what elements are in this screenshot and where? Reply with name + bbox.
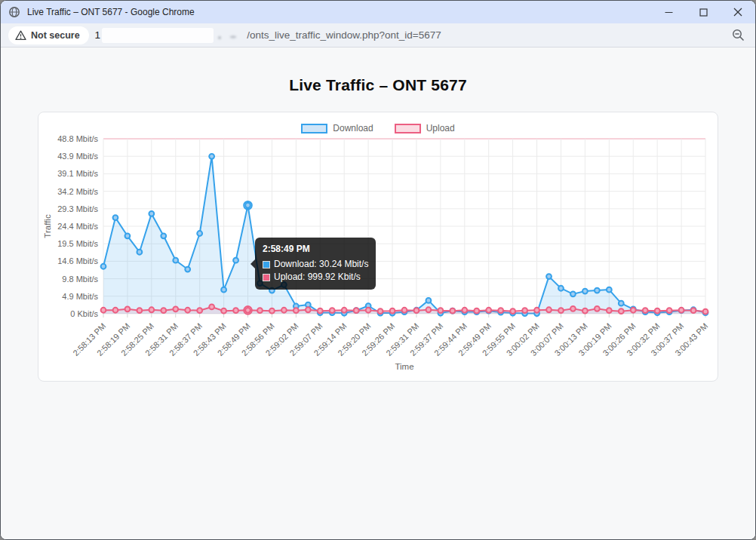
- svg-text:4.9 Mbit/s: 4.9 Mbit/s: [62, 292, 98, 301]
- security-chip[interactable]: Not secure: [8, 26, 89, 44]
- svg-text:14.6 Mbit/s: 14.6 Mbit/s: [57, 256, 98, 265]
- address-bar: Not secure 1/onts_live_traffic_window.ph…: [1, 23, 755, 48]
- svg-text:9.8 Mbit/s: 9.8 Mbit/s: [62, 275, 98, 284]
- svg-text:34.2 Mbit/s: 34.2 Mbit/s: [57, 187, 98, 196]
- svg-text:24.4 Mbit/s: 24.4 Mbit/s: [57, 222, 98, 231]
- tooltip-upload-swatch: [263, 274, 270, 281]
- chart-card: Download Upload 48.8 Mbit/s43.9 Mbit/s39…: [38, 112, 718, 382]
- zoom-out-icon[interactable]: [729, 26, 748, 44]
- tooltip-download-value: Download: 30.24 Mbit/s: [274, 258, 368, 271]
- tooltip-upload-value: Upload: 999.92 Kbit/s: [274, 271, 361, 284]
- page-title: Live Traffic – ONT 5677: [1, 76, 755, 94]
- close-button[interactable]: [721, 1, 755, 23]
- svg-text:19.5 Mbit/s: 19.5 Mbit/s: [57, 239, 98, 248]
- upload-swatch: [395, 124, 421, 133]
- window-titlebar[interactable]: Live Traffic – ONT 5677 - Google Chrome: [1, 1, 755, 23]
- url-host-prefix: 1: [95, 29, 101, 41]
- warning-icon: [15, 30, 26, 41]
- chart-legend: Download Upload: [38, 123, 718, 133]
- svg-text:43.9 Mbit/s: 43.9 Mbit/s: [57, 152, 98, 161]
- url-smudge: [215, 31, 241, 40]
- download-swatch: [301, 124, 327, 133]
- window-title: Live Traffic – ONT 5677 - Google Chrome: [27, 7, 195, 17]
- upload-legend-label: Upload: [426, 123, 455, 133]
- minimize-button[interactable]: [651, 1, 686, 23]
- traffic-chart[interactable]: 48.8 Mbit/s43.9 Mbit/s39.1 Mbit/s34.2 Mb…: [38, 112, 718, 381]
- tooltip-download-swatch: [263, 261, 270, 268]
- legend-item-download[interactable]: Download: [301, 123, 373, 133]
- security-chip-label: Not secure: [31, 30, 80, 41]
- browser-window: Live Traffic – ONT 5677 - Google Chrome: [0, 0, 756, 540]
- legend-item-upload[interactable]: Upload: [395, 123, 455, 133]
- svg-text:29.3 Mbit/s: 29.3 Mbit/s: [57, 204, 98, 213]
- chart-tooltip: 2:58:49 PM Download: 30.24 Mbit/s Upload…: [255, 238, 376, 290]
- globe-favicon-icon: [8, 6, 20, 18]
- svg-text:39.1 Mbit/s: 39.1 Mbit/s: [57, 169, 98, 178]
- tooltip-time: 2:58:49 PM: [263, 243, 368, 256]
- svg-text:0 Kbit/s: 0 Kbit/s: [70, 309, 98, 318]
- url-redaction-block: [102, 28, 214, 43]
- maximize-button[interactable]: [686, 1, 721, 23]
- url-field[interactable]: 1/onts_live_traffic_window.php?ont_id=56…: [95, 28, 729, 43]
- download-legend-label: Download: [333, 123, 373, 133]
- svg-text:Time: Time: [395, 362, 413, 371]
- page-content: Live Traffic – ONT 5677 Download Upload …: [1, 48, 755, 539]
- svg-text:Traffic: Traffic: [43, 214, 52, 238]
- url-path: /onts_live_traffic_window.php?ont_id=567…: [247, 29, 441, 41]
- svg-text:48.8 Mbit/s: 48.8 Mbit/s: [57, 134, 98, 143]
